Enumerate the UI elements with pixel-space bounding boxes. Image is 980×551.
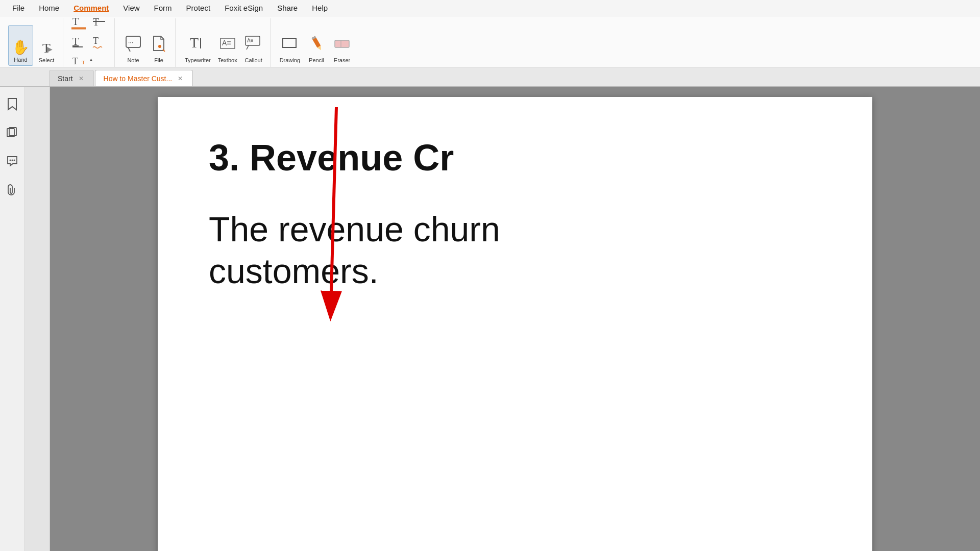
callout-label: Callout	[245, 57, 262, 64]
svg-text:A≡: A≡	[222, 39, 231, 47]
left-sidebar	[0, 87, 24, 551]
file-label: File	[154, 57, 163, 64]
menu-bar: File Home Comment View Form Protect Foxi…	[0, 0, 980, 16]
callout-icon: A≡	[244, 34, 263, 55]
squiggly-button[interactable]: T	[90, 34, 109, 52]
ribbon-group-text-markup: T T	[65, 18, 115, 67]
drawing-icon	[281, 34, 299, 55]
svg-line-12	[128, 47, 130, 52]
text-markup-row: T T	[69, 19, 110, 66]
document-heading: 3. Revenue Cr	[209, 138, 821, 178]
callout-button[interactable]: A≡ Callout	[241, 25, 266, 66]
text-markup-row2: T T	[69, 34, 110, 52]
replace-icon: T T ▲	[71, 54, 108, 70]
svg-point-32	[11, 160, 13, 161]
svg-point-33	[13, 160, 15, 161]
hand-icon: ✋	[12, 40, 30, 55]
pencil-button[interactable]: Pencil	[304, 25, 329, 66]
svg-text:A≡: A≡	[247, 38, 254, 43]
text-markup-row3: T T ▲	[69, 53, 110, 71]
note-label: Note	[127, 57, 139, 64]
sidebar-bookmark-icon[interactable]	[3, 95, 21, 113]
svg-text:T: T	[72, 36, 79, 47]
svg-rect-23	[283, 38, 296, 47]
squiggly-icon: T	[92, 34, 107, 52]
document-area: 3. Revenue Cr The revenue churn customer…	[50, 87, 980, 551]
eraser-button[interactable]: Eraser	[330, 25, 354, 66]
hand-button[interactable]: ✋ Hand	[8, 25, 33, 66]
menu-comment[interactable]: Comment	[66, 2, 116, 14]
highlight-icon: T	[71, 14, 87, 33]
strikethrough-icon: T	[92, 14, 107, 32]
sidebar-pages-icon[interactable]	[3, 123, 21, 142]
note-file-row: ··· Note File	[121, 19, 171, 66]
typewriter-icon: T	[188, 34, 207, 55]
tab-start-close[interactable]: ✕	[77, 74, 85, 83]
typewriter-button[interactable]: T Typewriter	[182, 25, 214, 66]
tabs-bar: Start ✕ How to Master Cust... ✕	[0, 67, 980, 87]
textbox-button[interactable]: A≡ Textbox	[215, 25, 240, 66]
sidebar-attachments-icon[interactable]	[3, 181, 21, 199]
typewriter-row: T Typewriter A≡ Textbox	[182, 19, 266, 66]
drawing-label: Drawing	[280, 57, 300, 64]
svg-text:T: T	[93, 36, 99, 46]
pencil-icon	[307, 34, 326, 55]
textbox-label: Textbox	[218, 57, 237, 64]
sidebar-comments-icon[interactable]	[3, 152, 21, 170]
svg-line-15	[163, 49, 165, 52]
menu-home[interactable]: Home	[32, 2, 66, 14]
ribbon-group-typewriter: T Typewriter A≡ Textbox	[178, 18, 271, 67]
select-icon: T▶	[42, 42, 51, 55]
menu-share[interactable]: Share	[270, 2, 305, 14]
ribbon: ✋ Hand T▶ Select T	[0, 16, 980, 67]
menu-foxit-esign[interactable]: Foxit eSign	[217, 2, 270, 14]
textbox-icon: A≡	[218, 34, 237, 55]
drawing-button[interactable]: Drawing	[277, 25, 303, 66]
select-label: Select	[39, 57, 55, 64]
underline-icon: T	[71, 34, 87, 52]
file-icon	[150, 34, 168, 55]
drawing-tools-row: Drawing Pencil	[277, 19, 354, 66]
tab-document-label: How to Master Cust...	[104, 74, 173, 83]
svg-text:T: T	[190, 35, 199, 51]
typewriter-label: Typewriter	[185, 57, 211, 64]
ribbon-group-note-file: ··· Note File	[117, 18, 176, 67]
svg-point-14	[158, 45, 161, 48]
document-page: 3. Revenue Cr The revenue churn customer…	[158, 97, 872, 551]
eraser-icon	[333, 34, 351, 55]
svg-text:▲: ▲	[89, 57, 93, 62]
pencil-label: Pencil	[309, 57, 324, 64]
svg-line-21	[247, 45, 249, 49]
tab-document[interactable]: How to Master Cust... ✕	[95, 70, 193, 86]
text-markup-row1: T T	[69, 14, 110, 33]
select-button[interactable]: T▶ Select	[34, 25, 59, 66]
page-panel	[24, 87, 50, 551]
note-button[interactable]: ··· Note	[121, 25, 145, 66]
eraser-label: Eraser	[334, 57, 350, 64]
tab-document-close[interactable]: ✕	[176, 74, 184, 83]
menu-view[interactable]: View	[116, 2, 146, 14]
svg-point-31	[9, 160, 11, 161]
menu-file[interactable]: File	[5, 2, 32, 14]
file-button[interactable]: File	[146, 25, 171, 66]
replace-button[interactable]: T T ▲	[69, 53, 110, 71]
tab-start-label: Start	[58, 74, 73, 83]
main-layout: 3. Revenue Cr The revenue churn customer…	[0, 87, 980, 551]
menu-form[interactable]: Form	[147, 2, 179, 14]
ribbon-tools-row: ✋ Hand T▶ Select	[8, 19, 59, 66]
tab-start[interactable]: Start ✕	[49, 70, 94, 86]
ribbon-group-hand-select: ✋ Hand T▶ Select	[4, 18, 63, 67]
underline-button[interactable]: T	[69, 34, 89, 52]
svg-rect-27	[335, 40, 349, 47]
highlight-button[interactable]: T	[69, 14, 89, 33]
svg-text:···: ···	[128, 39, 133, 46]
svg-text:T: T	[82, 59, 85, 65]
hand-label: Hand	[14, 57, 27, 63]
ribbon-group-drawing: Drawing Pencil	[273, 18, 358, 67]
strikethrough-button[interactable]: T	[90, 14, 109, 33]
menu-help[interactable]: Help	[305, 2, 335, 14]
note-icon: ···	[124, 34, 142, 55]
text-markup-grid: T T	[69, 22, 110, 63]
menu-protect[interactable]: Protect	[179, 2, 218, 14]
svg-text:T: T	[72, 16, 79, 27]
